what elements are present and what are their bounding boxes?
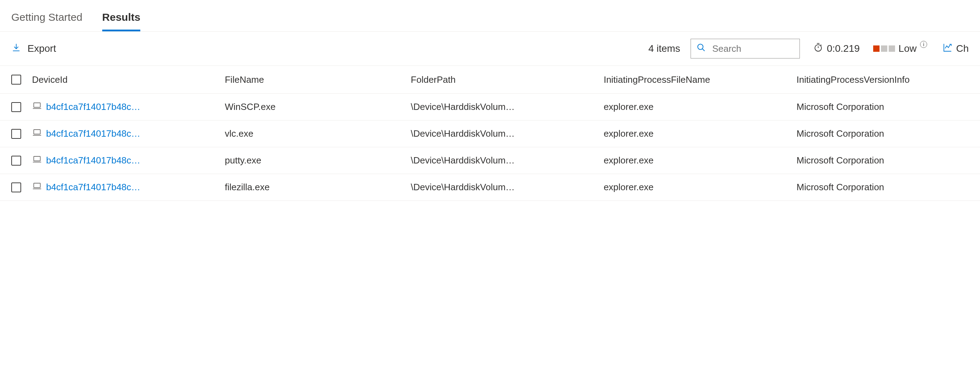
device-icon	[32, 181, 42, 194]
table-header: DeviceId FileName FolderPath InitiatingP…	[0, 65, 980, 94]
row-checkbox[interactable]	[11, 156, 21, 166]
cell-folderpath: \Device\HarddiskVolum…	[411, 155, 603, 166]
cell-folderpath: \Device\HarddiskVolum…	[411, 102, 603, 113]
cell-folderpath: \Device\HarddiskVolum…	[411, 128, 603, 139]
svg-rect-3	[33, 130, 40, 134]
table-row[interactable]: b4cf1ca7f14017b48c…vlc.exe\Device\Harddi…	[0, 121, 980, 147]
device-icon	[32, 127, 42, 140]
cell-initver: Microsoft Corporation	[797, 128, 969, 139]
device-id-link[interactable]: b4cf1ca7f14017b48c…	[46, 128, 140, 139]
table-row[interactable]: b4cf1ca7f14017b48c…WinSCP.exe\Device\Har…	[0, 94, 980, 121]
svg-rect-2	[33, 103, 40, 108]
select-all-checkbox[interactable]	[11, 75, 21, 84]
row-checkbox[interactable]	[11, 129, 21, 139]
cell-filename: filezilla.exe	[225, 182, 411, 193]
chart-icon	[943, 43, 953, 55]
col-header-initver[interactable]: InitiatingProcessVersionInfo	[797, 75, 969, 85]
info-icon[interactable]: i	[920, 41, 927, 48]
row-checkbox[interactable]	[11, 102, 21, 112]
query-time: 0:0.219	[813, 43, 859, 55]
svg-point-1	[815, 44, 822, 51]
col-header-folderpath[interactable]: FolderPath	[411, 75, 603, 85]
search-box[interactable]	[690, 39, 800, 59]
search-icon	[697, 43, 706, 55]
usage-label: Low	[899, 43, 916, 54]
table-row[interactable]: b4cf1ca7f14017b48c…filezilla.exe\Device\…	[0, 174, 980, 201]
row-checkbox[interactable]	[11, 182, 21, 192]
table-row[interactable]: b4cf1ca7f14017b48c…putty.exe\Device\Hard…	[0, 147, 980, 174]
device-id-link[interactable]: b4cf1ca7f14017b48c…	[46, 102, 140, 113]
cell-filename: putty.exe	[225, 155, 411, 166]
export-label: Export	[27, 43, 56, 54]
device-icon	[32, 154, 42, 167]
cell-initproc: explorer.exe	[603, 182, 796, 193]
cell-initproc: explorer.exe	[603, 155, 796, 166]
col-header-initproc[interactable]: InitiatingProcessFileName	[603, 75, 796, 85]
device-id-link[interactable]: b4cf1ca7f14017b48c…	[46, 182, 140, 193]
download-icon	[11, 43, 21, 55]
usage-bars-icon	[873, 46, 895, 52]
resource-usage: Low i	[873, 43, 927, 54]
cell-filename: vlc.exe	[225, 128, 411, 139]
item-count: 4 items	[648, 43, 680, 54]
cell-initver: Microsoft Corporation	[797, 182, 969, 193]
cell-initproc: explorer.exe	[603, 102, 796, 113]
col-header-filename[interactable]: FileName	[225, 75, 411, 85]
export-button[interactable]: Export	[11, 43, 56, 55]
results-table: DeviceId FileName FolderPath InitiatingP…	[0, 65, 980, 201]
cell-initver: Microsoft Corporation	[797, 155, 969, 166]
chart-label: Ch	[956, 43, 969, 54]
cell-folderpath: \Device\HarddiskVolum…	[411, 182, 603, 193]
svg-rect-4	[33, 156, 40, 161]
cell-initproc: explorer.exe	[603, 128, 796, 139]
col-header-deviceid[interactable]: DeviceId	[32, 75, 225, 85]
device-id-link[interactable]: b4cf1ca7f14017b48c…	[46, 155, 140, 166]
tab-getting-started[interactable]: Getting Started	[11, 8, 83, 31]
stopwatch-icon	[813, 43, 823, 55]
svg-point-0	[698, 44, 703, 49]
cell-filename: WinSCP.exe	[225, 102, 411, 113]
tabs-bar: Getting Started Results	[0, 0, 980, 31]
svg-rect-5	[33, 183, 40, 188]
chart-button[interactable]: Ch	[943, 43, 969, 55]
search-input[interactable]	[711, 43, 794, 55]
tab-results[interactable]: Results	[102, 8, 140, 31]
cell-initver: Microsoft Corporation	[797, 102, 969, 113]
query-time-value: 0:0.219	[827, 43, 859, 54]
toolbar: Export 4 items 0:0.219	[0, 31, 980, 65]
device-icon	[32, 101, 42, 113]
